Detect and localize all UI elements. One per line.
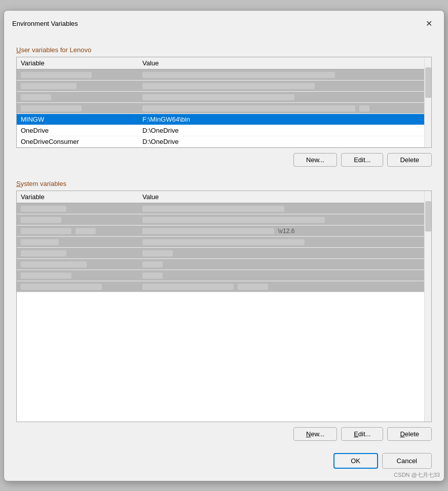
variable-cell bbox=[21, 272, 142, 279]
user-table-inner: Variable Value bbox=[17, 57, 424, 147]
variable-cell bbox=[21, 238, 142, 246]
blurred-value bbox=[142, 72, 335, 78]
scroll-thumb[interactable] bbox=[425, 67, 431, 98]
scroll-thumb[interactable] bbox=[425, 201, 431, 232]
close-button[interactable]: ✕ bbox=[422, 17, 436, 31]
user-new-button[interactable]: New... bbox=[293, 153, 337, 167]
value-cell bbox=[142, 272, 420, 279]
cancel-button[interactable]: Cancel bbox=[382, 453, 432, 469]
user-section-label: User variables for Lenovo bbox=[16, 46, 432, 54]
variable-cell bbox=[21, 249, 142, 257]
blurred-value bbox=[142, 94, 294, 100]
value-cell bbox=[142, 249, 420, 257]
value-cell bbox=[142, 93, 420, 101]
table-row[interactable] bbox=[17, 237, 424, 248]
user-table-body: MINGW F:\MinGW64\bin OneDrive D:\OneDriv… bbox=[17, 69, 424, 147]
system-new-button[interactable]: New... bbox=[293, 427, 337, 441]
table-row[interactable] bbox=[17, 103, 424, 114]
variable-cell bbox=[21, 205, 142, 212]
system-edit-button[interactable]: Edit... bbox=[341, 427, 383, 441]
value-cell bbox=[142, 216, 420, 223]
title-bar: Environment Variables ✕ bbox=[4, 11, 444, 35]
dialog-title: Environment Variables bbox=[12, 20, 78, 27]
blurred-variable bbox=[21, 83, 77, 89]
system-table-body: \v12.6 bbox=[17, 203, 424, 292]
user-table-scrollbar[interactable] bbox=[424, 57, 431, 147]
blurred-value bbox=[142, 83, 315, 89]
table-row[interactable] bbox=[17, 203, 424, 214]
variable-cell bbox=[21, 93, 142, 101]
user-table-header: Variable Value bbox=[17, 57, 424, 69]
watermark: CSDN @七月七33 bbox=[394, 471, 440, 479]
table-row[interactable]: \v12.6 bbox=[17, 225, 424, 237]
variable-cell bbox=[21, 283, 142, 290]
variable-cell: OneDrive bbox=[21, 127, 142, 134]
variable-cell bbox=[21, 260, 142, 268]
value-cell bbox=[142, 238, 420, 246]
system-variables-table-container: Variable Value bbox=[16, 191, 432, 422]
value-cell bbox=[142, 260, 420, 268]
table-row[interactable]: OneDrive D:\OneDrive bbox=[17, 125, 424, 136]
value-cell bbox=[142, 71, 420, 79]
blurred-value bbox=[142, 105, 355, 111]
user-header-value: Value bbox=[142, 59, 420, 67]
user-label-underline: U bbox=[16, 46, 21, 54]
system-variables-section: System variables Variable Value bbox=[16, 175, 432, 441]
value-cell bbox=[142, 283, 420, 290]
blurred-variable bbox=[21, 105, 82, 111]
user-edit-button[interactable]: Edit... bbox=[341, 153, 383, 167]
footer-buttons: OK Cancel bbox=[16, 453, 432, 473]
variable-cell bbox=[21, 71, 142, 79]
variable-cell: OneDriveConsumer bbox=[21, 138, 142, 145]
table-row[interactable] bbox=[17, 248, 424, 259]
value-cell: F:\MinGW64\bin bbox=[142, 116, 420, 123]
system-variables-buttons: New... Edit... Delete bbox=[16, 427, 432, 441]
blurred-value-extra bbox=[359, 105, 369, 111]
system-table-header: Variable Value bbox=[17, 191, 424, 203]
value-cell bbox=[142, 82, 420, 90]
variable-cell bbox=[21, 104, 142, 112]
table-row[interactable] bbox=[17, 92, 424, 103]
table-row[interactable] bbox=[17, 270, 424, 281]
value-cell bbox=[142, 205, 420, 212]
user-variables-section: User variables for Lenovo Variable Value bbox=[16, 41, 432, 167]
system-header-value: Value bbox=[142, 193, 420, 201]
table-row[interactable]: OneDriveConsumer D:\OneDrive bbox=[17, 136, 424, 147]
table-row[interactable] bbox=[17, 69, 424, 81]
user-variables-table-container: Variable Value bbox=[16, 57, 432, 148]
value-cell: D:\OneDrive bbox=[142, 138, 420, 145]
variable-cell bbox=[21, 216, 142, 223]
system-delete-button[interactable]: Delete bbox=[387, 427, 432, 441]
user-delete-button[interactable]: Delete bbox=[387, 153, 432, 167]
table-row[interactable]: MINGW F:\MinGW64\bin bbox=[17, 114, 424, 125]
variable-cell: MINGW bbox=[21, 116, 142, 123]
system-header-variable: Variable bbox=[21, 193, 142, 201]
value-cell: D:\OneDrive bbox=[142, 127, 420, 134]
environment-variables-dialog: Environment Variables ✕ User variables f… bbox=[4, 10, 444, 481]
blurred-variable bbox=[21, 72, 92, 78]
value-cell bbox=[142, 104, 420, 112]
user-variables-buttons: New... Edit... Delete bbox=[16, 153, 432, 167]
value-cell: \v12.6 bbox=[142, 227, 420, 235]
system-section-label: System variables bbox=[16, 180, 432, 187]
table-row[interactable] bbox=[17, 81, 424, 92]
dialog-body: User variables for Lenovo Variable Value bbox=[4, 35, 444, 481]
variable-cell bbox=[21, 227, 142, 235]
table-row[interactable] bbox=[17, 259, 424, 270]
blurred-variable bbox=[21, 94, 51, 100]
variable-cell bbox=[21, 82, 142, 90]
system-table-inner: Variable Value bbox=[17, 191, 424, 422]
user-header-variable: Variable bbox=[21, 59, 142, 67]
ok-button[interactable]: OK bbox=[333, 453, 378, 469]
system-table-scrollbar[interactable] bbox=[424, 191, 431, 422]
system-label-underline: S bbox=[16, 180, 21, 187]
table-row[interactable] bbox=[17, 281, 424, 292]
table-row[interactable] bbox=[17, 214, 424, 225]
